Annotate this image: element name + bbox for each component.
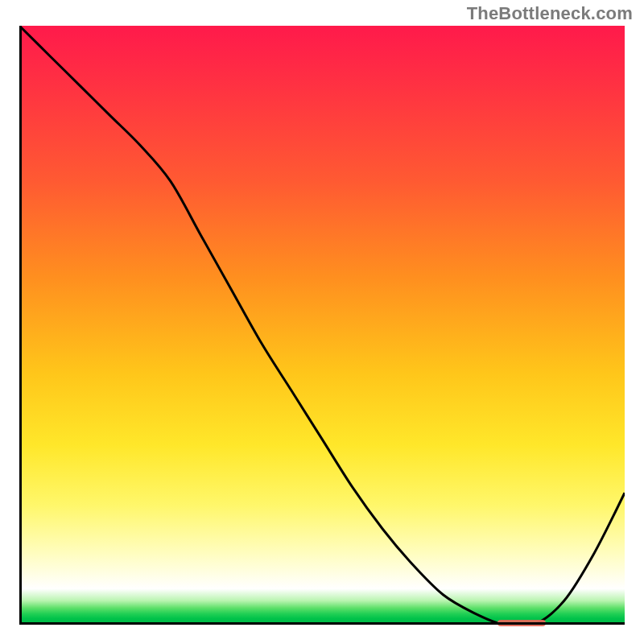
x-axis	[19, 622, 625, 625]
y-axis	[19, 26, 22, 625]
plot-outer	[19, 26, 625, 625]
chart-container: TheBottleneck.com	[0, 0, 644, 644]
attribution-label: TheBottleneck.com	[467, 3, 633, 24]
plot-gradient-area	[19, 26, 625, 625]
